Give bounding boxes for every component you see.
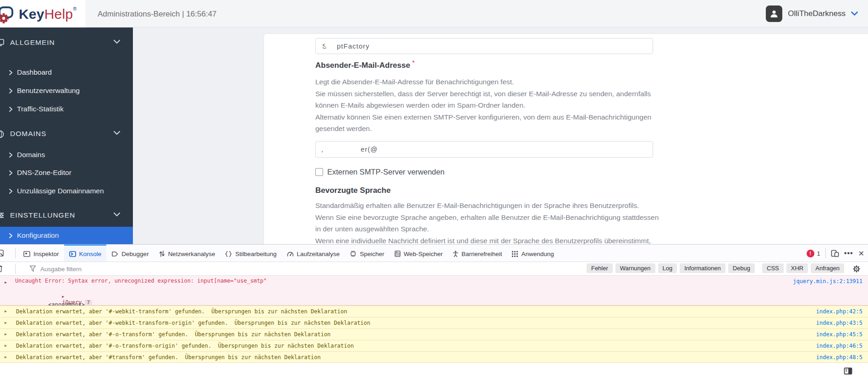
redaction-scribble — [325, 145, 358, 152]
expand-triangle-icon[interactable]: ▶ — [5, 355, 7, 359]
sidebar-section-einstellungen[interactable]: EINSTELLUNGEN — [0, 209, 133, 221]
tab-barrierefreiheit[interactable]: Barrierefreiheit — [448, 245, 507, 262]
required-asterisk: * — [412, 60, 415, 66]
redacted-top-field[interactable]: S ptFactory — [315, 38, 653, 54]
sidebar-nav: ALLGEMEIN Dashboard Benutzerverwaltung T… — [0, 27, 133, 244]
tab-netzwerkanalyse[interactable]: Netzwerkanalyse — [154, 245, 220, 262]
console-settings-gear-icon[interactable] — [852, 265, 861, 273]
error-badge-icon[interactable]: ! — [807, 250, 814, 257]
gauge-icon — [287, 251, 294, 257]
sidebar-item-benutzerverwaltung[interactable]: Benutzerverwaltung — [0, 85, 133, 97]
close-devtools-icon[interactable]: ✕ — [858, 249, 864, 258]
tab-speicher[interactable]: Speicher — [345, 245, 389, 262]
redaction-scribble — [370, 41, 402, 50]
tab-anwendung[interactable]: Anwendung — [507, 245, 559, 262]
console-error-entry: ▶ Uncaught Error: Syntax error, unrecogn… — [0, 276, 868, 306]
error-count: 1 — [817, 250, 820, 257]
filter-fehler-button[interactable]: Fehler — [587, 263, 613, 273]
sidebar-item-domains[interactable]: Domains — [0, 149, 133, 161]
language-description: Standardmäßig erhalten alle Benutzer E-M… — [315, 200, 659, 244]
redaction-scribble — [325, 42, 337, 49]
warning-source-link[interactable]: index.php:45:5 — [816, 331, 863, 338]
storage-icon — [395, 251, 401, 257]
chevron-right-icon — [9, 70, 12, 75]
redacted-email-fragment: er(@ — [361, 145, 378, 153]
console-filter-input[interactable] — [40, 263, 453, 274]
responsive-design-icon[interactable] — [831, 250, 839, 257]
filter-warnungen-button[interactable]: Warnungen — [615, 263, 655, 273]
language-heading: Bevorzugte Sprache — [315, 186, 390, 195]
filter-informationen-button[interactable]: Informationen — [680, 263, 725, 273]
user-menu[interactable]: OlliTheDarkness — [766, 5, 858, 22]
logo[interactable]: KeyHelp® — [0, 0, 85, 27]
chevron-right-icon — [9, 88, 12, 93]
divider — [15, 248, 16, 258]
error-source-link[interactable]: jquery.min.js:2:13911 — [793, 278, 863, 284]
chevron-right-icon — [9, 170, 12, 175]
sender-email-description: Legt die Absender-E-Mail-Adresse für Ben… — [315, 76, 651, 135]
smtp-checkbox-label[interactable]: Externen SMTP-Server verwenden — [327, 168, 445, 176]
tab-laufzeitanalyse[interactable]: Laufzeitanalyse — [282, 245, 345, 262]
sidebar-item-dashboard[interactable]: Dashboard — [0, 66, 133, 78]
chevron-right-icon — [9, 107, 12, 112]
smtp-checkbox[interactable] — [315, 168, 323, 176]
toggle-split-console-icon[interactable] — [844, 367, 852, 375]
tab-debugger[interactable]: Debugger — [106, 245, 154, 262]
warning-source-link[interactable]: index.php:46:5 — [816, 343, 863, 349]
expand-triangle-icon[interactable]: ▶ — [5, 344, 7, 348]
memory-chip-icon — [350, 251, 357, 257]
chevron-down-icon[interactable] — [851, 11, 858, 16]
debugger-icon — [111, 251, 118, 257]
console-warning-entry: ▶ Deklaration erwartet, aber '#transform… — [0, 351, 868, 363]
error-message: Uncaught Error: Syntax error, unrecogniz… — [15, 278, 267, 284]
warning-message: Deklaration erwartet, aber '#-o-transfor… — [16, 343, 354, 349]
expand-triangle-icon[interactable]: ▶ — [5, 321, 7, 325]
redaction-scribble — [419, 146, 440, 152]
sidebar-item-unzulaessige-domainnamen[interactable]: Unzulässige Domainnamen — [0, 185, 133, 197]
chevron-down-icon — [114, 40, 120, 44]
expand-triangle-icon[interactable]: ▶ — [5, 280, 7, 284]
person-icon — [769, 9, 779, 18]
devtools-tabbar: Inspektor Konsole Debugger Netzwerkanaly… — [0, 245, 868, 262]
sidebar-section-domains[interactable]: DOMAINS — [0, 128, 133, 140]
inspector-icon — [23, 251, 30, 257]
grid-icon — [512, 251, 518, 257]
filter-css-button[interactable]: CSS — [762, 263, 784, 273]
redaction-scribble — [406, 43, 433, 49]
pick-element-icon[interactable] — [0, 249, 5, 257]
app-header: KeyHelp® Administrations-Bereich | 16:56… — [0, 0, 868, 27]
devtools-tabs: Inspektor Konsole Debugger Netzwerkanaly… — [18, 245, 559, 262]
filter-xhr-button[interactable]: XHR — [786, 263, 808, 273]
filter-debug-button[interactable]: Debug — [728, 263, 755, 273]
redaction-scribble — [378, 144, 415, 153]
devtools-panel: Inspektor Konsole Debugger Netzwerkanaly… — [0, 244, 868, 377]
warning-source-link[interactable]: index.php:43:5 — [816, 320, 863, 326]
warning-source-link[interactable]: index.php:42:5 — [816, 308, 863, 315]
globe-section-icon — [0, 130, 4, 138]
expand-triangle-icon[interactable]: ▶ — [5, 332, 7, 336]
filter-log-button[interactable]: Log — [658, 263, 677, 273]
filter-buttons: Fehler Warnungen Log Informationen Debug… — [587, 263, 844, 273]
tab-web-speicher[interactable]: Web-Speicher — [390, 245, 448, 262]
warning-source-link[interactable]: index.php:48:5 — [816, 354, 863, 361]
sender-email-input[interactable]: , er(@ — [315, 141, 653, 158]
divider — [15, 264, 16, 274]
filter-anfragen-button[interactable]: Anfragen — [811, 263, 844, 273]
chevron-right-icon — [9, 153, 12, 158]
sidebar-item-konfiguration-active[interactable]: Konfiguration — [0, 227, 133, 244]
console-filterbar: Fehler Warnungen Log Informationen Debug… — [0, 262, 868, 276]
more-options-icon[interactable]: ••• — [844, 249, 853, 257]
sidebar-item-traffic-statistik[interactable]: Traffic-Statistik — [0, 103, 133, 115]
sender-email-heading: Absender-E-Mail-Adresse * — [315, 60, 414, 70]
warning-message: Deklaration erwartet, aber '#-webkit-tra… — [16, 320, 370, 326]
sidebar-item-dns-zone-editor[interactable]: DNS-Zone-Editor — [0, 167, 133, 179]
brand-text: KeyHelp® — [19, 6, 77, 22]
clear-console-trash-icon[interactable] — [0, 265, 4, 273]
tab-konsole[interactable]: Konsole — [64, 245, 107, 262]
expand-triangle-icon[interactable]: ▶ — [5, 309, 7, 313]
tab-stilbearbeitung[interactable]: Stilbearbeitung — [220, 245, 281, 262]
sidebar-section-allgemein[interactable]: ALLGEMEIN — [0, 37, 133, 49]
tab-inspektor[interactable]: Inspektor — [18, 245, 64, 262]
accessibility-person-icon — [453, 251, 458, 257]
braces-icon — [225, 251, 232, 257]
